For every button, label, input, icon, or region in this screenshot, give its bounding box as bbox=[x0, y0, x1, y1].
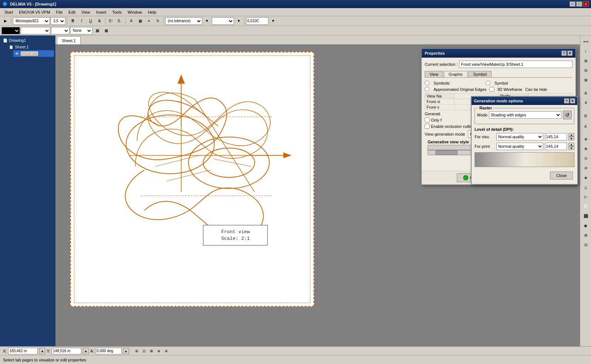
only-check[interactable] bbox=[425, 118, 429, 122]
minimize-button[interactable]: − bbox=[570, 1, 575, 7]
tab-graphic[interactable]: Graphic bbox=[444, 71, 468, 77]
bt-3[interactable]: ⊠ bbox=[148, 348, 155, 354]
tb-start-btn[interactable]: ▶ bbox=[1, 17, 10, 25]
frame-btn[interactable]: ▦ bbox=[136, 17, 144, 25]
rt-btn-21[interactable]: ⊡ bbox=[581, 240, 590, 249]
close-button[interactable]: × bbox=[583, 1, 589, 7]
menu-tools[interactable]: Tools bbox=[109, 9, 125, 15]
y-up-btn[interactable]: ▲ bbox=[83, 348, 89, 354]
tree-frontview[interactable]: 👁 Front vie bbox=[13, 50, 54, 57]
tree-sheet[interactable]: 📋 Sheet.1 bbox=[7, 44, 54, 50]
forprint-down-btn[interactable]: ▼ bbox=[568, 146, 574, 150]
reset-button[interactable]: ↺ bbox=[563, 110, 572, 119]
subscript-btn[interactable]: S₋ bbox=[116, 17, 124, 25]
wireframe-check[interactable] bbox=[489, 87, 494, 92]
rt-btn-14[interactable]: ◈ bbox=[581, 173, 590, 182]
forvisu-down-btn[interactable]: ▼ bbox=[568, 137, 574, 140]
a-up-btn[interactable]: ▲ bbox=[123, 348, 129, 354]
italic-btn[interactable]: I bbox=[78, 17, 86, 25]
props-close-btn[interactable]: ✕ bbox=[567, 51, 573, 56]
fill-btn[interactable]: ▩ bbox=[93, 27, 101, 35]
tab-symbol[interactable]: Symbol bbox=[468, 71, 492, 77]
sheet1-tab[interactable]: Sheet.1 bbox=[57, 36, 81, 44]
gen-close-icon-btn[interactable]: ✕ bbox=[570, 98, 575, 103]
dim-input[interactable] bbox=[246, 17, 268, 25]
rt-btn-17[interactable]: ⬜ bbox=[581, 202, 590, 211]
tab-view[interactable]: View bbox=[425, 71, 443, 77]
rt-btn-9[interactable]: ∡ bbox=[581, 121, 590, 130]
rt-btn-10[interactable]: ⊕ bbox=[581, 135, 590, 143]
approx-radio[interactable] bbox=[425, 87, 429, 92]
forvisu-select[interactable]: Normal quality bbox=[496, 133, 543, 140]
forprint-dpi-input[interactable] bbox=[545, 143, 567, 150]
x-up-btn[interactable]: ▲ bbox=[39, 348, 45, 354]
dim-btn[interactable]: ▼ bbox=[269, 17, 277, 25]
bt-4[interactable]: ⊗ bbox=[156, 348, 162, 354]
occlusion-check[interactable] bbox=[425, 124, 429, 129]
font-select[interactable]: Monospac821 bbox=[13, 17, 50, 25]
a-input[interactable] bbox=[96, 348, 122, 354]
strikethrough-btn[interactable]: S bbox=[95, 17, 103, 25]
symbol-radio[interactable] bbox=[486, 81, 490, 85]
rt-btn-4[interactable]: ⊟ bbox=[581, 66, 590, 75]
tolerance-select[interactable]: (no tolerance) bbox=[165, 17, 202, 25]
underline-btn[interactable]: U bbox=[86, 17, 95, 25]
mode-select[interactable]: Shading with edges bbox=[489, 111, 561, 119]
menu-start[interactable]: Start bbox=[1, 9, 16, 15]
bt-2[interactable]: ⊡ bbox=[141, 348, 147, 354]
menu-view[interactable]: View bbox=[78, 9, 93, 15]
bt-5[interactable]: ⊕ bbox=[163, 348, 170, 354]
menu-file[interactable]: File bbox=[53, 9, 66, 15]
scrollbar-thumb[interactable] bbox=[435, 150, 458, 155]
forvisu-up-btn[interactable]: ▲ bbox=[568, 133, 574, 137]
rt-btn-13[interactable]: ⊘ bbox=[581, 163, 590, 172]
param-btn[interactable]: ▼ bbox=[235, 17, 243, 25]
y-input[interactable] bbox=[52, 348, 81, 354]
current-selection-input[interactable] bbox=[459, 61, 573, 68]
rt-btn-12[interactable]: ⊙ bbox=[581, 154, 590, 163]
forprint-up-btn[interactable]: ▲ bbox=[568, 143, 574, 146]
menu-edit[interactable]: Edit bbox=[65, 9, 78, 15]
thickness-select[interactable] bbox=[51, 27, 69, 34]
maximize-button[interactable]: □ bbox=[576, 1, 582, 7]
size-select[interactable]: 3,5 bbox=[51, 17, 65, 25]
superscript-btn[interactable]: S⁺ bbox=[107, 17, 115, 25]
tol-btn[interactable]: ▼ bbox=[203, 17, 211, 25]
rt-btn-2[interactable]: ↕ bbox=[581, 47, 590, 55]
param-select[interactable] bbox=[212, 17, 234, 25]
rt-btn-11[interactable]: ⊗ bbox=[581, 144, 590, 153]
rt-btn-15[interactable]: △ bbox=[581, 183, 590, 191]
menu-help[interactable]: Help bbox=[145, 9, 159, 15]
rt-btn-1[interactable]: ⟺ bbox=[581, 37, 590, 46]
rt-btn-16[interactable]: ▷ bbox=[581, 192, 590, 201]
rt-btn-20[interactable]: ⊞ bbox=[581, 231, 590, 239]
gen-help-btn[interactable]: ? bbox=[564, 98, 569, 103]
forprint-select[interactable]: Normal quality bbox=[496, 143, 543, 150]
symbolic-radio[interactable] bbox=[425, 81, 429, 85]
rt-btn-19[interactable]: ◉ bbox=[581, 221, 590, 230]
rt-btn-18[interactable]: ⬛ bbox=[581, 211, 590, 220]
menu-insert[interactable]: Insert bbox=[93, 9, 109, 15]
gen-close-button[interactable]: Close bbox=[550, 171, 573, 180]
titlebar-controls[interactable]: − □ × bbox=[570, 1, 589, 7]
none-select[interactable]: None bbox=[70, 27, 92, 34]
props-help-btn[interactable]: ? bbox=[561, 51, 567, 56]
rt-btn-5[interactable]: ⊠ bbox=[581, 75, 590, 84]
color-select[interactable] bbox=[1, 27, 20, 34]
tree-drawing[interactable]: 📄 Drawing1 bbox=[1, 37, 54, 44]
forvisu-dpi-input[interactable] bbox=[545, 133, 567, 140]
rt-btn-8[interactable]: R bbox=[581, 112, 590, 120]
text-btn[interactable]: A bbox=[127, 17, 135, 25]
menu-window[interactable]: Window bbox=[125, 9, 145, 15]
bt-1[interactable]: ⊞ bbox=[133, 348, 140, 354]
line-select[interactable] bbox=[21, 27, 50, 34]
pattern-btn[interactable]: ▦ bbox=[102, 27, 110, 35]
rt-btn-6[interactable]: A bbox=[581, 89, 590, 98]
justify-btn[interactable]: ≡ bbox=[145, 17, 153, 25]
x-input[interactable] bbox=[8, 348, 38, 354]
rotate-btn[interactable]: ↻ bbox=[154, 17, 162, 25]
bold-btn[interactable]: B bbox=[69, 17, 77, 25]
menu-enovia[interactable]: ENOVIA V5 VPM bbox=[16, 9, 53, 15]
rt-btn-7[interactable]: 𝐵 bbox=[581, 98, 590, 107]
rt-btn-3[interactable]: ⊞ bbox=[581, 56, 590, 65]
